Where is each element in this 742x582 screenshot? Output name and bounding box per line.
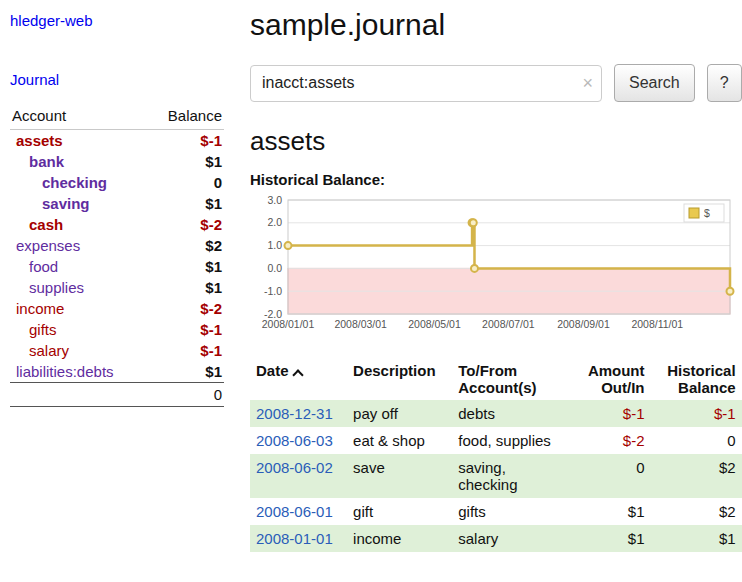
account-link[interactable]: salary	[29, 342, 69, 359]
chart-y-tick-label: 2.0	[267, 216, 282, 228]
transaction-amount: $-2	[572, 427, 651, 454]
register-header-balance: Historical Balance	[651, 358, 742, 400]
search-button[interactable]: Search	[614, 64, 695, 102]
accounts-table: Account Balance assets$-1bank$1checking0…	[10, 104, 224, 407]
account-row: food$1	[10, 256, 224, 277]
register-header-accounts: To/From Account(s)	[452, 358, 571, 400]
transaction-accounts: food, supplies	[452, 427, 571, 454]
transaction-description: eat & shop	[347, 427, 452, 454]
account-balance: $1	[148, 151, 224, 172]
app-window: hledger-web Journal Account Balance asse…	[0, 0, 742, 582]
chart-y-tick-label: 0.0	[267, 262, 282, 274]
transaction-accounts: gifts	[452, 498, 571, 525]
transaction-amount: 0	[572, 454, 651, 498]
account-row: checking0	[10, 172, 224, 193]
transaction-date-link[interactable]: 2008-06-01	[256, 503, 333, 520]
account-row: salary$-1	[10, 340, 224, 361]
chart-point	[727, 288, 734, 295]
account-link[interactable]: expenses	[16, 237, 80, 254]
chart-x-tick-label: 2008/05/01	[408, 318, 461, 330]
transaction-amount: $-1	[572, 400, 651, 427]
account-row: cash$-2	[10, 214, 224, 235]
transaction-balance: $2	[651, 498, 742, 525]
chart-y-tick-label: -1.0	[264, 285, 282, 297]
account-balance: $-1	[148, 319, 224, 340]
transaction-balance: $2	[651, 454, 742, 498]
search-row: × Search ?	[250, 64, 742, 102]
account-balance: $1	[148, 256, 224, 277]
chart-title: Historical Balance:	[250, 171, 742, 188]
transaction-amount: $1	[572, 498, 651, 525]
register-row: 2008-01-01incomesalary$1$1	[250, 525, 742, 552]
transaction-balance: $1	[651, 525, 742, 552]
chart-x-tick-label: 2008/09/01	[557, 318, 610, 330]
chart-legend-label: $	[704, 207, 710, 219]
account-row: supplies$1	[10, 277, 224, 298]
account-row: bank$1	[10, 151, 224, 172]
register-body: 2008-12-31pay offdebts$-1$-12008-06-03ea…	[250, 400, 742, 552]
account-link[interactable]: checking	[42, 174, 107, 191]
register-row: 2008-06-03eat & shopfood, supplies$-20	[250, 427, 742, 454]
register-row: 2008-06-01giftgifts$1$2	[250, 498, 742, 525]
account-balance: $-2	[148, 298, 224, 319]
register-header-row: Date Description To/From Account(s) Amou…	[250, 358, 742, 400]
transaction-description: pay off	[347, 400, 452, 427]
chart-point	[285, 242, 292, 249]
account-link[interactable]: liabilities:debts	[16, 363, 114, 380]
chart-y-tick-label: 3.0	[267, 194, 282, 206]
transaction-date-link[interactable]: 2008-01-01	[256, 530, 333, 547]
account-row: saving$1	[10, 193, 224, 214]
transaction-date-link[interactable]: 2008-06-03	[256, 432, 333, 449]
account-link[interactable]: bank	[29, 153, 64, 170]
clear-search-icon[interactable]: ×	[582, 74, 593, 92]
register-table: Date Description To/From Account(s) Amou…	[250, 358, 742, 552]
chart-legend-swatch	[689, 208, 699, 218]
account-balance: $-1	[148, 130, 224, 152]
chart-x-tick-label: 2008/11/01	[631, 318, 683, 330]
search-input[interactable]	[250, 65, 602, 102]
account-heading: assets	[250, 126, 742, 157]
transaction-date-link[interactable]: 2008-12-31	[256, 405, 333, 422]
accounts-header-balance: Balance	[148, 104, 224, 130]
chart-svg: 3.02.01.00.0-1.0-2.02008/01/012008/03/01…	[250, 192, 736, 342]
account-row: expenses$2	[10, 235, 224, 256]
nav-journal-link[interactable]: Journal	[10, 71, 224, 88]
accounts-total-row: 0	[10, 383, 224, 407]
account-balance: $1	[148, 193, 224, 214]
register-row: 2008-12-31pay offdebts$-1$-1	[250, 400, 742, 427]
historical-balance-chart: 3.02.01.00.0-1.0-2.02008/01/012008/03/01…	[250, 192, 742, 342]
search-box: ×	[250, 65, 602, 102]
account-link[interactable]: gifts	[29, 321, 57, 338]
account-link[interactable]: saving	[42, 195, 90, 212]
chart-x-tick-label: 2008/07/01	[482, 318, 535, 330]
register-header-description: Description	[347, 358, 452, 400]
main-content: sample.journal × Search ? assets Histori…	[236, 0, 742, 582]
account-link[interactable]: income	[16, 300, 64, 317]
account-row: liabilities:debts$1	[10, 361, 224, 383]
account-link[interactable]: assets	[16, 132, 63, 149]
account-link[interactable]: food	[29, 258, 58, 275]
transaction-amount: $1	[572, 525, 651, 552]
transaction-accounts: saving, checking	[452, 454, 571, 498]
account-link[interactable]: cash	[29, 216, 63, 233]
brand-link[interactable]: hledger-web	[10, 12, 224, 29]
chart-x-tick-label: 2008/01/01	[262, 318, 315, 330]
chart-point	[470, 219, 477, 226]
help-button[interactable]: ?	[707, 64, 742, 102]
account-balance: $2	[148, 235, 224, 256]
transaction-balance: $-1	[651, 400, 742, 427]
sort-up-icon	[292, 369, 303, 380]
transaction-description: save	[347, 454, 452, 498]
transaction-date-link[interactable]: 2008-06-02	[256, 459, 333, 476]
register-header-date[interactable]: Date	[250, 358, 347, 400]
account-balance: $-1	[148, 340, 224, 361]
account-balance: $-2	[148, 214, 224, 235]
sidebar: hledger-web Journal Account Balance asse…	[0, 0, 236, 582]
transaction-accounts: salary	[452, 525, 571, 552]
accounts-header-account: Account	[10, 104, 148, 130]
accounts-body: assets$-1bank$1checking0saving$1cash$-2e…	[10, 130, 224, 383]
account-row: income$-2	[10, 298, 224, 319]
transaction-accounts: debts	[452, 400, 571, 427]
account-link[interactable]: supplies	[29, 279, 84, 296]
chart-y-tick-label: 1.0	[267, 239, 282, 251]
